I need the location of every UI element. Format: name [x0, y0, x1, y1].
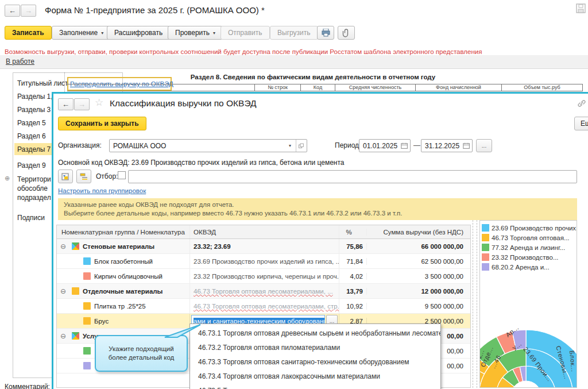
chevron-down-icon[interactable]: ▾ — [287, 143, 293, 148]
collapse-icon[interactable]: ⊖ — [60, 242, 68, 251]
column-header[interactable]: ОКВЭД — [190, 225, 339, 238]
fill-button[interactable]: Заполнение▾ — [52, 26, 111, 40]
attach-button[interactable] — [338, 26, 355, 40]
calendar-icon[interactable] — [401, 142, 410, 150]
row-pct: 71,84 — [339, 258, 367, 265]
table-row[interactable]: ⊖Стеновые материалы 23.32; 23.69 75,86 6… — [57, 239, 470, 254]
group-color-icon — [72, 332, 79, 340]
hint-line1: Укажите подходящий — [109, 345, 175, 353]
sidebar-item[interactable]: Раздел 6 — [17, 132, 46, 140]
hint-callout: Укажите подходящий более детальный код — [95, 335, 188, 372]
group-list-icon — [80, 173, 88, 180]
table-scrollbar[interactable] — [473, 220, 477, 388]
column-header: Средняя численность — [335, 84, 415, 91]
sidebar-item-active[interactable]: Разделы 7 — [17, 145, 51, 153]
calendar-icon[interactable] — [463, 142, 472, 150]
period-to-field[interactable]: 31.12.2025 — [421, 139, 473, 152]
notice-line1: Указанные ранее коды ОКВЭД не подходят д… — [64, 201, 571, 209]
fill-label: Заполнение — [59, 29, 98, 37]
group-color-icon — [72, 287, 79, 295]
filter-input[interactable] — [128, 170, 577, 183]
notice-line2: Выберите более детальные коды, например … — [64, 209, 571, 218]
chevron-down-icon: ▾ — [213, 30, 215, 36]
table-row[interactable]: Блок газобетонный 23.69 Производство про… — [57, 254, 470, 269]
column-header[interactable]: Номенклатурная группа / Номенклатура — [57, 225, 190, 238]
column-header: Объем тыс.руб — [501, 84, 583, 91]
decrypt-button[interactable]: Расшифровать — [107, 26, 170, 40]
modal-forward-button[interactable]: → — [74, 98, 90, 110]
filter-checkbox[interactable] — [118, 171, 126, 179]
column-header[interactable]: % — [339, 229, 367, 236]
dropdown-item[interactable]: 46.73.4 Торговля оптовая лакокрасочными … — [190, 369, 440, 384]
sidebar-splitter[interactable] — [64, 72, 65, 93]
favorite-star-icon[interactable]: ☆ — [95, 97, 103, 109]
sidebar-item[interactable]: Разделы 1,2 — [17, 93, 56, 101]
row-name: Стеновые материалы — [83, 243, 154, 250]
row-pct: 10,92 — [339, 303, 367, 310]
comment-label: Комментарий: — [5, 383, 50, 389]
print-button[interactable] — [317, 26, 334, 40]
collapse-icon[interactable]: ⊖ — [60, 332, 68, 340]
period-label: Период: — [335, 141, 361, 149]
sidebar-item[interactable]: Территори обособле подраздел — [17, 175, 51, 202]
dropdown-item[interactable]: 46.73.2 Торговля оптовая пиломатериалами — [190, 341, 440, 355]
sidebar-item[interactable]: Подписи — [17, 214, 45, 222]
send-button[interactable]: Отправить — [220, 26, 270, 40]
item-color-icon — [83, 272, 91, 280]
row-name: Плитка тр .25*25 — [94, 303, 146, 310]
export-button[interactable]: Выгрузить — [270, 26, 318, 40]
row-okved-invalid: 46.73 Торговля оптовая лесоматериалами, … — [194, 288, 333, 295]
group-color-icon — [72, 242, 79, 250]
check-button[interactable]: Проверить▾ — [168, 26, 223, 40]
write-button[interactable]: Записать — [5, 26, 52, 40]
paperclip-icon — [342, 29, 350, 37]
table-row[interactable]: Плитка тр .25*25 46.73 Торговля оптовая … — [57, 299, 470, 314]
row-name: Блок газобетонный — [94, 258, 153, 265]
okved-notice: Указанные ранее коды ОКВЭД не подходят д… — [58, 198, 577, 220]
open-form-icon[interactable] — [296, 142, 307, 150]
period-choose-button[interactable]: ... — [476, 139, 492, 152]
table-row[interactable]: ⊖Отделочные материалы 46.73 Торговля опт… — [57, 284, 470, 299]
period-from-field[interactable]: 01.01.2025 — [359, 139, 411, 152]
sidebar-item[interactable]: Титульный лист — [17, 79, 68, 87]
table-row[interactable]: Кирпич облицовочный 23.32 Производство к… — [57, 269, 470, 284]
check-label: Проверить — [175, 29, 210, 37]
back-button[interactable]: ← — [5, 5, 20, 17]
hint-line2: более детальный код — [109, 353, 175, 362]
grouping-icon — [61, 173, 69, 180]
organization-field[interactable]: РОМАШКА ООО ▾ — [109, 139, 307, 152]
row-pct: 75,86 — [339, 243, 367, 250]
modal-back-button[interactable]: ← — [58, 98, 74, 110]
status-link[interactable]: В работе — [6, 57, 34, 66]
dropdown-item[interactable]: 46.73.1 Торговля оптовая древесным сырье… — [190, 326, 440, 341]
section8-table-header: № строк Код Средняя численность Фонд нач… — [67, 84, 583, 91]
app-window: ← → Форма № 1-предприятие за 2025 г. (РО… — [0, 0, 588, 389]
dropdown-item[interactable]: 46.73.3 Торговля оптовая санитарно-техни… — [190, 355, 440, 369]
collapse-groups-button[interactable] — [76, 170, 91, 183]
row-okved: 23.69 Производство прочих изделий из гип… — [190, 254, 339, 268]
setup-grouping-link[interactable]: Настроить поля группировок — [58, 187, 146, 194]
okved-dropdown: 46.73.1 Торговля оптовая древесным сырье… — [189, 323, 441, 389]
column-header: Фонд начисленной — [415, 84, 501, 91]
okved-classification-modal: ← → ☆ Классификация выручки по ОКВЭД Сох… — [52, 92, 588, 389]
expand-icon[interactable]: ⊕ — [5, 175, 10, 182]
sidebar-item[interactable]: Раздел 9 — [17, 161, 46, 170]
main-okved-value: 23.69 Производство прочих изделий из гип… — [131, 159, 345, 167]
period-dash: — — [413, 141, 420, 149]
row-pct: 13,79 — [339, 288, 367, 295]
column-header[interactable]: Сумма выручки (без НДС) — [367, 229, 468, 236]
more-button[interactable]: Еще — [574, 117, 588, 130]
printer-icon — [322, 29, 330, 37]
sidebar-item[interactable]: Разделы 3 — [17, 106, 51, 114]
group-by-button[interactable] — [58, 170, 73, 183]
save-icon[interactable] — [576, 3, 586, 13]
sidebar-item[interactable]: Раздел 5 — [17, 119, 46, 127]
collapse-icon[interactable]: ⊖ — [60, 287, 68, 295]
forward-button[interactable]: → — [21, 5, 36, 17]
chart-panel: 23.69 Производство прочих... 46.73 Торго… — [479, 220, 577, 388]
row-okved: 23.32 Производство кирпича, черепицы и п… — [190, 269, 339, 283]
row-sum: 12 000 000,00 — [367, 288, 468, 295]
save-close-button[interactable]: Сохранить и закрыть — [58, 117, 146, 130]
dropdown-item[interactable]: 46.73.5 Торговля оптовая листовым стекло… — [190, 384, 440, 389]
link-icon[interactable] — [577, 99, 586, 108]
